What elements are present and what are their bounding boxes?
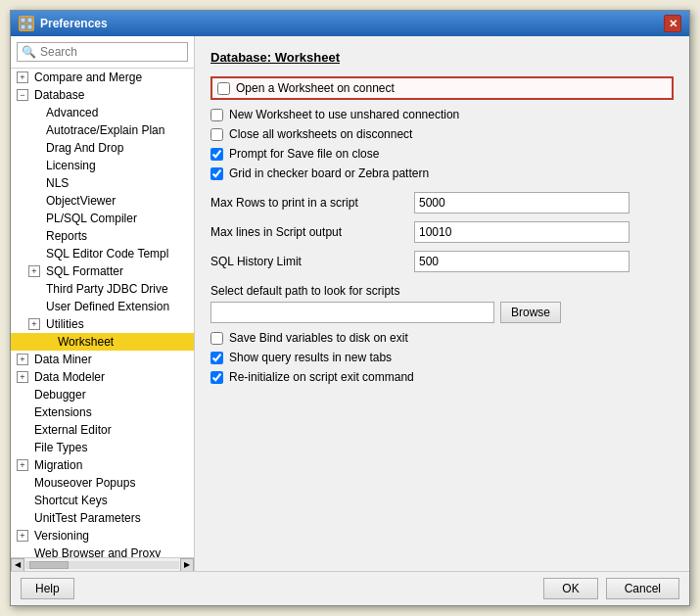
- help-button[interactable]: Help: [21, 578, 74, 599]
- sidebar-item-nls[interactable]: NLS: [11, 174, 194, 192]
- sidebar-item-worksheet[interactable]: Worksheet: [11, 333, 194, 351]
- close-all-label: Close all worksheets on disconnect: [229, 127, 412, 141]
- sidebar-item-extensions[interactable]: Extensions: [11, 403, 194, 421]
- path-input[interactable]: [210, 302, 494, 323]
- path-input-row: Browse: [210, 302, 674, 323]
- reinitialize-label: Re-initialize on script exit command: [229, 370, 414, 384]
- dialog-buttons: OK Cancel: [543, 578, 679, 599]
- sidebar-item-reports[interactable]: Reports: [11, 227, 194, 245]
- sidebar-item-unittest-params[interactable]: UnitTest Parameters: [11, 509, 194, 527]
- save-bind-row: Save Bind variables to disk on exit: [210, 331, 674, 345]
- search-box: 🔍: [11, 36, 194, 69]
- sidebar-item-data-miner[interactable]: +Data Miner: [11, 351, 194, 368]
- sidebar-item-licensing[interactable]: Licensing: [11, 157, 194, 174]
- show-query-row: Show query results in new tabs: [210, 351, 674, 364]
- sidebar-item-advanced[interactable]: Advanced: [11, 104, 194, 121]
- new-worksheet-row: New Worksheet to use unshared connection: [210, 108, 674, 121]
- sidebar-item-label-autotrace: Autotrace/Explain Plan: [46, 123, 164, 137]
- sidebar-item-utilities[interactable]: +Utilities: [11, 315, 194, 333]
- path-label: Select default path to look for scripts: [210, 284, 674, 298]
- sidebar-item-label-compare-merge: Compare and Merge: [34, 71, 142, 84]
- sidebar-item-label-drag-drop: Drag And Drop: [46, 141, 123, 155]
- sidebar-item-external-editor[interactable]: External Editor: [11, 421, 194, 439]
- sql-history-input[interactable]: [414, 251, 630, 272]
- save-bind-label: Save Bind variables to disk on exit: [229, 331, 408, 345]
- sidebar-item-debugger[interactable]: Debugger: [11, 386, 194, 403]
- reinitialize-checkbox[interactable]: [210, 371, 223, 384]
- sidebar-item-label-extensions: Extensions: [34, 405, 92, 419]
- sidebar-item-database[interactable]: −Database: [11, 86, 194, 104]
- max-rows-row: Max Rows to print in a script: [210, 192, 674, 213]
- svg-rect-1: [27, 18, 32, 23]
- sidebar-item-drag-drop[interactable]: Drag And Drop: [11, 139, 194, 157]
- section-title: Database: Worksheet: [210, 50, 674, 65]
- expand-icon-migration[interactable]: +: [17, 459, 28, 471]
- sidebar-item-label-file-types: File Types: [34, 441, 87, 454]
- sidebar-item-label-worksheet: Worksheet: [58, 335, 114, 349]
- expand-icon-database[interactable]: −: [17, 89, 28, 101]
- svg-rect-0: [21, 18, 25, 23]
- sidebar-item-plsql-compiler[interactable]: PL/SQL Compiler: [11, 210, 194, 227]
- sql-history-row: SQL History Limit: [210, 251, 674, 272]
- sidebar-item-label-sql-editor: SQL Editor Code Templ: [46, 247, 168, 261]
- save-bind-checkbox[interactable]: [210, 332, 223, 345]
- sidebar-item-mouseover-popups[interactable]: Mouseover Popups: [11, 474, 194, 492]
- sidebar-item-label-data-miner: Data Miner: [34, 353, 92, 366]
- sidebar-item-compare-merge[interactable]: +Compare and Merge: [11, 69, 194, 86]
- search-inner: 🔍: [17, 42, 188, 62]
- expand-icon-versioning[interactable]: +: [17, 530, 28, 542]
- expand-icon-compare-merge[interactable]: +: [17, 71, 28, 83]
- sidebar-item-migration[interactable]: +Migration: [11, 456, 194, 474]
- sidebar-item-user-defined[interactable]: User Defined Extension: [11, 298, 194, 315]
- sidebar-item-data-modeler[interactable]: +Data Modeler: [11, 368, 194, 386]
- sidebar-item-label-migration: Migration: [34, 458, 82, 472]
- sidebar: 🔍 +Compare and Merge−DatabaseAdvancedAut…: [11, 36, 195, 571]
- close-button[interactable]: ✕: [664, 15, 681, 32]
- sidebar-item-web-browser[interactable]: Web Browser and Proxy: [11, 545, 194, 557]
- path-row: Select default path to look for scripts …: [210, 284, 674, 323]
- sidebar-item-third-party[interactable]: Third Party JDBC Drive: [11, 280, 194, 298]
- expand-icon-utilities[interactable]: +: [28, 318, 40, 330]
- cancel-button[interactable]: Cancel: [606, 578, 679, 599]
- show-query-checkbox[interactable]: [210, 352, 223, 364]
- sidebar-item-objectviewer[interactable]: ObjectViewer: [11, 192, 194, 210]
- open-worksheet-label: Open a Worksheet on connect: [236, 81, 395, 95]
- grid-checker-checkbox[interactable]: [210, 167, 223, 180]
- grid-checker-label: Grid in checker board or Zebra pattern: [229, 166, 429, 180]
- ok-button[interactable]: OK: [543, 578, 597, 599]
- scroll-right-arrow[interactable]: ▶: [180, 558, 194, 572]
- sql-history-label: SQL History Limit: [210, 255, 406, 268]
- sidebar-item-label-debugger: Debugger: [34, 388, 86, 402]
- sidebar-item-versioning[interactable]: +Versioning: [11, 527, 194, 545]
- open-worksheet-checkbox[interactable]: [217, 82, 230, 95]
- open-worksheet-row: Open a Worksheet on connect: [210, 76, 674, 100]
- main-area: 🔍 +Compare and Merge−DatabaseAdvancedAut…: [11, 36, 689, 571]
- expand-icon-data-miner[interactable]: +: [17, 354, 28, 365]
- sidebar-item-shortcut-keys[interactable]: Shortcut Keys: [11, 492, 194, 509]
- scroll-thumb[interactable]: [29, 561, 69, 569]
- sidebar-item-sql-editor[interactable]: SQL Editor Code Templ: [11, 245, 194, 262]
- sidebar-item-label-objectviewer: ObjectViewer: [46, 194, 116, 208]
- title-bar-left: Preferences: [19, 16, 108, 31]
- close-all-checkbox[interactable]: [210, 128, 223, 141]
- sidebar-item-label-sql-formatter: SQL Formatter: [46, 264, 123, 278]
- search-icon: 🔍: [22, 45, 36, 59]
- prompt-save-row: Prompt for Save file on close: [210, 147, 674, 161]
- max-rows-input[interactable]: [414, 192, 630, 213]
- expand-icon-data-modeler[interactable]: +: [17, 371, 28, 383]
- app-icon: [19, 16, 34, 31]
- scroll-left-arrow[interactable]: ◀: [11, 558, 24, 572]
- browse-button[interactable]: Browse: [500, 302, 561, 323]
- sidebar-item-file-types[interactable]: File Types: [11, 439, 194, 456]
- close-all-row: Close all worksheets on disconnect: [210, 127, 674, 141]
- max-lines-input[interactable]: [414, 221, 630, 243]
- search-input[interactable]: [40, 45, 183, 59]
- expand-icon-sql-formatter[interactable]: +: [28, 265, 40, 277]
- sidebar-item-label-plsql-compiler: PL/SQL Compiler: [46, 212, 137, 225]
- new-worksheet-checkbox[interactable]: [210, 109, 223, 121]
- grid-checker-row: Grid in checker board or Zebra pattern: [210, 166, 674, 180]
- sidebar-item-sql-formatter[interactable]: +SQL Formatter: [11, 262, 194, 280]
- sidebar-item-label-versioning: Versioning: [34, 529, 89, 543]
- prompt-save-checkbox[interactable]: [210, 148, 223, 161]
- sidebar-item-autotrace[interactable]: Autotrace/Explain Plan: [11, 121, 194, 139]
